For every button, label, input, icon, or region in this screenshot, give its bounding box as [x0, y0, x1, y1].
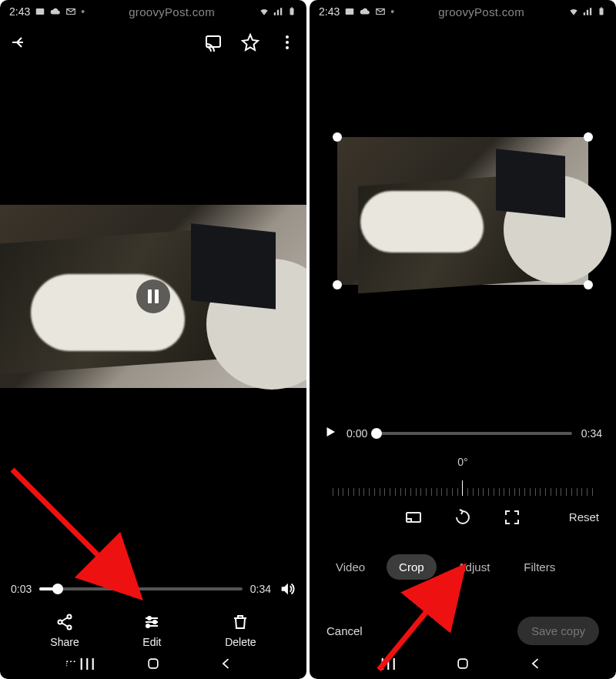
status-dot: •	[390, 5, 394, 18]
crop-handle-br[interactable]	[584, 280, 593, 289]
svg-rect-3	[206, 36, 220, 47]
android-nav-bar: |||	[0, 651, 306, 676]
pause-icon	[148, 289, 159, 303]
play-icon[interactable]	[323, 425, 337, 441]
svg-rect-2	[291, 8, 293, 8]
pause-button[interactable]	[136, 279, 170, 313]
share-icon	[55, 613, 74, 631]
aspect-ratio-icon[interactable]	[404, 508, 423, 527]
wifi-icon	[259, 6, 270, 17]
svg-point-4	[286, 35, 289, 38]
svg-rect-14	[346, 8, 354, 15]
time-current: 0:00	[346, 427, 367, 440]
share-button[interactable]: Share	[50, 613, 79, 648]
progress-row: 0:03 0:34	[0, 580, 306, 597]
cloud-icon	[360, 6, 370, 17]
time-current: 0:03	[11, 583, 32, 595]
svg-rect-0	[36, 8, 45, 15]
crop-handle-bl[interactable]	[333, 280, 342, 289]
image-icon	[35, 6, 45, 17]
svg-point-6	[286, 46, 289, 49]
tab-crop[interactable]: Crop	[387, 554, 437, 580]
video-frame[interactable]	[0, 205, 306, 388]
box-graphic	[496, 149, 565, 217]
svg-point-5	[286, 41, 289, 44]
svg-point-10	[148, 617, 151, 620]
trash-icon	[231, 613, 249, 631]
star-icon[interactable]	[240, 32, 260, 52]
crop-handle-tl[interactable]	[333, 132, 342, 142]
nav-recents[interactable]: |||	[381, 655, 398, 672]
top-action-bar	[0, 23, 306, 62]
status-dot: •	[81, 5, 85, 18]
status-right	[259, 6, 297, 17]
box-graphic	[191, 223, 276, 309]
status-time: 2:43	[319, 5, 340, 18]
battery-icon	[596, 6, 607, 17]
svg-rect-13	[149, 659, 158, 668]
tab-adjust[interactable]: Adjust	[446, 554, 503, 580]
battery-icon	[286, 6, 297, 17]
delete-button[interactable]: Delete	[225, 613, 256, 648]
time-total: 0:34	[250, 583, 271, 595]
nav-recents[interactable]: |||	[72, 655, 89, 672]
seek-bar[interactable]	[377, 432, 572, 435]
save-copy-button[interactable]: Save copy	[517, 617, 599, 645]
seek-bar[interactable]	[39, 587, 243, 590]
svg-point-12	[146, 624, 149, 627]
gmail-icon	[375, 6, 386, 17]
svg-rect-16	[601, 8, 602, 8]
rotate-icon[interactable]	[454, 508, 472, 527]
expand-icon[interactable]	[503, 508, 521, 527]
share-label: Share	[50, 636, 79, 648]
status-time: 2:43	[9, 5, 30, 18]
watermark: groovyPost.com	[438, 5, 524, 18]
svg-rect-17	[407, 513, 420, 522]
svg-rect-15	[600, 8, 604, 15]
svg-rect-1	[290, 8, 294, 15]
cancel-button[interactable]: Cancel	[326, 624, 363, 637]
delete-label: Delete	[225, 636, 256, 648]
editor-tabs: Video Crop Adjust Filters	[310, 554, 616, 580]
status-bar: 2:43 • groovyPost.com	[0, 0, 306, 23]
gmail-icon	[65, 6, 76, 17]
android-nav-bar: |||	[310, 651, 616, 676]
cloud-icon	[50, 6, 61, 17]
watermark: groovyPost.com	[129, 5, 215, 18]
svg-rect-18	[458, 659, 467, 668]
reset-button[interactable]: Reset	[569, 510, 599, 523]
sliders-icon	[142, 613, 161, 631]
status-bar: 2:43 • groovyPost.com	[310, 0, 616, 23]
status-left: 2:43 •	[9, 5, 85, 18]
nav-back[interactable]	[527, 655, 544, 672]
phone-left-viewer: 2:43 • groovyPost.com	[0, 0, 306, 679]
phone-right-editor: 2:43 • groovyPost.com	[310, 0, 616, 679]
volume-icon[interactable]	[279, 580, 296, 597]
status-left: 2:43 •	[319, 5, 394, 18]
back-button[interactable]	[9, 32, 29, 52]
wifi-icon	[568, 6, 579, 17]
dog-graphic	[360, 191, 484, 253]
time-total: 0:34	[581, 427, 602, 440]
nav-home[interactable]	[145, 655, 162, 672]
tab-video[interactable]: Video	[323, 554, 377, 580]
more-icon[interactable]	[277, 32, 297, 52]
edit-label: Edit	[142, 636, 161, 648]
svg-point-11	[153, 620, 156, 624]
crop-frame[interactable]	[337, 137, 588, 285]
tab-filters[interactable]: Filters	[511, 554, 567, 580]
nav-back[interactable]	[218, 655, 235, 672]
bottom-actions: Share Edit Delete	[0, 613, 306, 648]
signal-icon	[273, 6, 283, 17]
cast-icon[interactable]	[203, 32, 223, 52]
edit-button[interactable]: Edit	[142, 613, 161, 648]
signal-icon	[582, 6, 593, 17]
editor-progress: 0:00 0:34	[310, 425, 616, 441]
editor-bottom-actions: Cancel Save copy	[310, 617, 616, 645]
nav-home[interactable]	[454, 655, 471, 672]
rotation-label: 0°	[310, 456, 616, 468]
crop-handle-tr[interactable]	[584, 132, 593, 142]
rotation-ruler[interactable]	[333, 473, 593, 496]
image-icon	[344, 6, 355, 17]
status-right	[568, 6, 607, 17]
